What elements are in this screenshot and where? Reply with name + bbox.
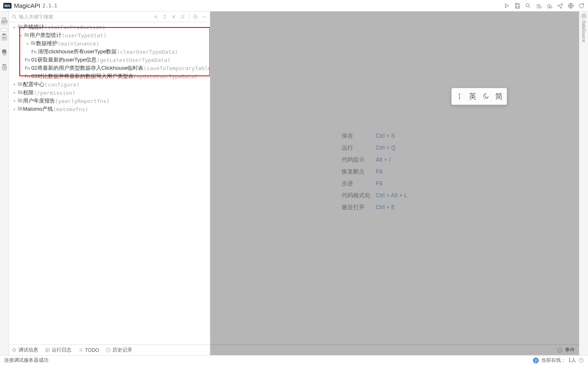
shortcut-key: Ctrl + E — [376, 204, 395, 211]
ime-lang[interactable]: 英 — [469, 91, 476, 101]
tree-alias: (maintenance) — [57, 41, 99, 47]
tree-label: 用户类型统计 — [30, 32, 62, 39]
info-icon — [557, 347, 563, 353]
sort-icon[interactable] — [180, 14, 186, 20]
tab-event[interactable]: 事件 — [565, 347, 575, 354]
run-icon[interactable] — [503, 2, 510, 9]
tree-fn[interactable]: Fn清理clickhouse所有userType数据(clearUserType… — [9, 48, 210, 56]
tree-fn[interactable]: Fn01获取最新的userType信息(getLatestUserTypeDat… — [9, 56, 210, 64]
search-input[interactable] — [19, 14, 151, 20]
target-icon[interactable] — [193, 14, 198, 20]
shortcut-label: 最近打开 — [342, 204, 372, 211]
database-icon[interactable] — [581, 13, 587, 19]
shortcut-row: 最近打开Ctrl + E — [342, 204, 407, 211]
search-icon — [11, 14, 17, 20]
tree-label: 权限 — [23, 89, 34, 96]
tree-label: 数据维护 — [36, 40, 57, 47]
chevron-down-icon[interactable] — [18, 33, 23, 38]
rail-function[interactable]: 函数 — [1, 28, 8, 32]
shortcuts-panel: 保存Ctrl + S运行Ctrl + Q代码提示Alt + /恢复断点F8步进F… — [342, 132, 407, 216]
tree-label: 清理clickhouse所有userType数据 — [38, 48, 117, 55]
shortcut-key: Ctrl + Q — [376, 144, 396, 152]
tree-label: 用户年度报告 — [23, 97, 55, 105]
close-icon[interactable] — [171, 14, 177, 20]
refresh-icon[interactable] — [578, 2, 585, 9]
tree-alias: (yearlyReportfns) — [55, 98, 110, 104]
tree-folder[interactable]: 产线统计(statForProduction) — [9, 23, 210, 31]
minimize-icon[interactable] — [202, 14, 207, 20]
user-badge: p — [533, 358, 539, 363]
svg-point-4 — [12, 15, 15, 18]
folder-icon — [17, 98, 23, 105]
shortcut-row: 代码提示Alt + / — [342, 156, 407, 164]
header: MA MagicAPI 2.1.1 — [0, 0, 588, 11]
svg-marker-0 — [505, 4, 509, 7]
tree-folder[interactable]: 用户年度报告(yearlyReportfns) — [9, 97, 210, 105]
ime-moon-icon[interactable] — [482, 93, 489, 100]
rail-api[interactable]: 接口 — [1, 13, 7, 16]
tree-alias: (saveToTemporaryTable) — [143, 65, 210, 71]
shortcut-row: 恢复断点F8 — [342, 168, 407, 176]
api-icon: API — [1, 19, 7, 25]
folder-icon — [17, 24, 23, 31]
tab-log[interactable]: 运行日志 — [45, 347, 71, 354]
folder-icon — [17, 81, 23, 88]
fn-icon: fn — [1, 35, 7, 41]
power-icon[interactable] — [579, 358, 584, 363]
chevron-right-icon[interactable] — [11, 107, 16, 112]
upload-icon[interactable] — [535, 2, 542, 9]
shortcut-key: Ctrl + Alt + L — [376, 192, 407, 199]
tree-alias: (getLatestUserTypeData) — [96, 57, 170, 63]
tab-history[interactable]: 历史记录 — [106, 347, 132, 354]
clock-icon — [1, 65, 7, 71]
send-icon[interactable] — [557, 2, 563, 9]
tree-folder[interactable]: 权限(/permission) — [9, 89, 210, 97]
app-title: MagicAPI — [14, 2, 40, 9]
shortcut-label: 代码提示 — [342, 156, 372, 164]
globe-icon[interactable] — [567, 2, 574, 9]
tree-alias: (matomofns) — [53, 106, 88, 112]
svg-point-11 — [582, 14, 585, 16]
search-bar — [9, 11, 210, 22]
tab-debug[interactable]: 调试信息 — [11, 347, 38, 354]
chevron-right-icon[interactable] — [11, 98, 16, 103]
shortcut-label: 步进 — [342, 180, 372, 187]
app-version: 2.1.1 — [42, 3, 57, 9]
fn-badge: Fn — [31, 49, 37, 55]
folder-icon — [24, 32, 30, 39]
tree-folder[interactable]: 数据维护(maintenance) — [9, 39, 210, 48]
tab-todo[interactable]: TODO — [78, 347, 99, 353]
save-icon[interactable] — [514, 2, 521, 9]
rail-component[interactable]: 组件 — [1, 44, 7, 47]
chevron-down-icon[interactable] — [11, 25, 16, 30]
left-rail: 接口 API 函数 fn 组件 定时任务 — [0, 11, 9, 355]
tree-folder[interactable]: 用户类型统计(userTypeStat) — [9, 31, 210, 39]
sidebar: 产线统计(statForProduction) 用户类型统计(userTypeS… — [9, 11, 210, 355]
tree-fn[interactable]: Fn03对比数据并将最新的数据写入用户类型表(updateUserTypeDat… — [9, 72, 210, 80]
search-icon[interactable] — [525, 2, 531, 9]
online-count: 1人 — [568, 357, 576, 364]
svg-point-1 — [526, 3, 529, 7]
right-rail: DataSource — [579, 11, 588, 355]
ime-cursor-icon[interactable] — [456, 93, 463, 100]
chevron-down-icon[interactable] — [25, 41, 30, 46]
shortcut-row: 步进F6 — [342, 180, 407, 187]
editor-area: 保存Ctrl + S运行Ctrl + Q代码提示Alt + /恢复断点F8步进F… — [210, 11, 579, 355]
shortcut-row: 运行Ctrl + Q — [342, 144, 407, 152]
expand-icon[interactable] — [162, 14, 168, 20]
chevron-right-icon[interactable] — [11, 90, 16, 95]
tree-alias: (statForProduction) — [44, 24, 106, 30]
chevron-right-icon[interactable] — [11, 82, 16, 87]
rail-task[interactable]: 定时任务 — [1, 59, 7, 62]
tree: 产线统计(statForProduction) 用户类型统计(userTypeS… — [9, 22, 210, 344]
datasource-label[interactable]: DataSource — [581, 21, 586, 42]
tree-alias: (userTypeStat) — [62, 32, 107, 39]
tree-folder[interactable]: Matomo产线(matomofns) — [9, 105, 210, 113]
add-icon[interactable] — [153, 14, 158, 20]
tree-folder[interactable]: 配置中心(configure) — [9, 80, 210, 89]
tree-fn[interactable]: Fn02将最新的用户类型数据存入Clickhouse临时表(saveToTemp… — [9, 64, 210, 72]
ime-widget[interactable]: 英 简 — [451, 88, 507, 105]
footer-status: 连接调试服务器成功 — [4, 357, 48, 364]
ime-shape[interactable]: 简 — [495, 91, 503, 101]
download-icon[interactable] — [546, 2, 553, 9]
